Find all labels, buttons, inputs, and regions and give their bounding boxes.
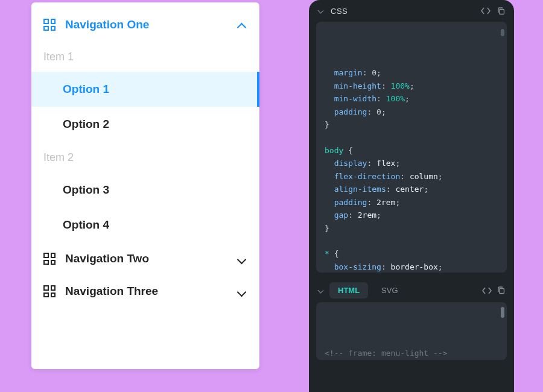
- nav-item-navigation-one[interactable]: Navigation One: [31, 8, 259, 41]
- group-label-item-1: Item 1: [31, 41, 259, 72]
- group-label-item-2: Item 2: [31, 142, 259, 172]
- chevron-up-icon: [237, 19, 247, 30]
- css-code-content: margin: 0; min-height: 100%; min-width: …: [325, 66, 498, 273]
- nav-label: Navigation Two: [65, 252, 227, 265]
- code-icon[interactable]: [481, 6, 491, 16]
- css-section-header[interactable]: CSS: [309, 0, 514, 22]
- markup-tabs-row: HTML SVG: [309, 279, 514, 302]
- css-title: CSS: [331, 7, 475, 16]
- menu-light-card: Navigation One Item 1 Option 1 Option 2 …: [31, 2, 259, 369]
- css-code-block[interactable]: margin: 0; min-height: 100%; min-width: …: [316, 22, 507, 273]
- menu-option-4[interactable]: Option 4: [31, 207, 259, 242]
- copy-icon[interactable]: [497, 286, 506, 295]
- tab-html[interactable]: HTML: [329, 282, 368, 299]
- appstore-icon: [43, 19, 56, 31]
- appstore-icon: [43, 253, 56, 265]
- menu-option-2[interactable]: Option 2: [31, 107, 259, 142]
- svg-rect-0: [500, 9, 504, 14]
- appstore-icon: [43, 285, 56, 297]
- code-icon[interactable]: [482, 286, 492, 296]
- chevron-down-icon: [237, 253, 247, 264]
- menu-option-1[interactable]: Option 1: [31, 72, 259, 107]
- code-inspector-panel: CSS margin: 0; min-height: 100%; min-wid…: [309, 0, 514, 392]
- nav-label: Navigation One: [65, 18, 227, 31]
- copy-icon[interactable]: [497, 7, 506, 16]
- svg-rect-1: [500, 289, 504, 294]
- nav-label: Navigation Three: [65, 285, 227, 298]
- html-code-block[interactable]: <!-- frame: menu-light --> <div class="f…: [316, 302, 507, 360]
- menu-option-3[interactable]: Option 3: [31, 172, 259, 207]
- scrollbar-thumb[interactable]: [501, 29, 504, 36]
- chevron-down-icon: [237, 286, 247, 297]
- chevron-down-icon: [317, 7, 325, 14]
- tab-svg[interactable]: SVG: [373, 282, 406, 299]
- chevron-down-icon: [317, 287, 325, 294]
- html-code-content: <!-- frame: menu-light --> <div class="f…: [325, 347, 498, 360]
- nav-item-navigation-three[interactable]: Navigation Three: [31, 275, 259, 308]
- nav-item-navigation-two[interactable]: Navigation Two: [31, 242, 259, 275]
- scrollbar-thumb[interactable]: [501, 307, 504, 318]
